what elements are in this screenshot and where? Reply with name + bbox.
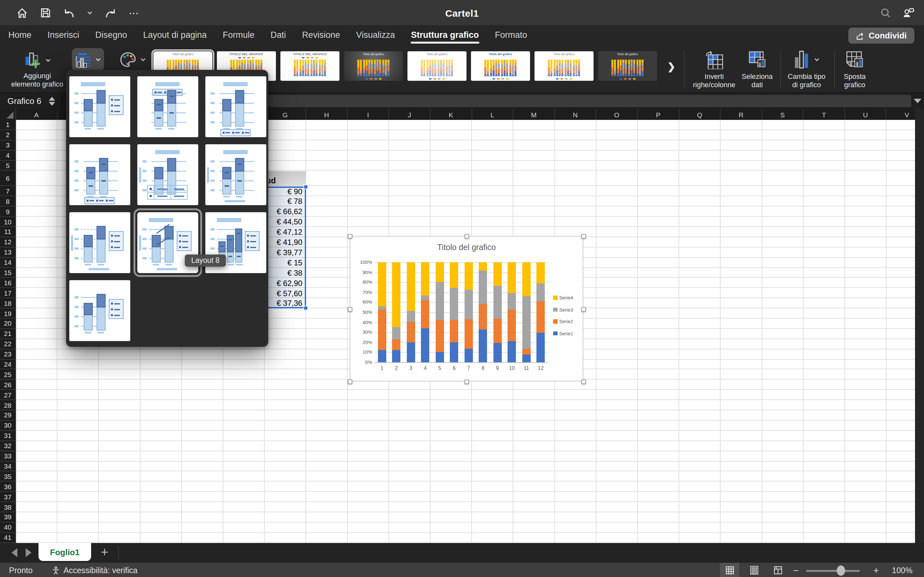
page-break-view-button[interactable] [768, 563, 787, 577]
chart-style-6[interactable]: Titolo del grafico [471, 51, 530, 81]
column-header-T[interactable]: T [804, 109, 845, 120]
bar-segment-serie4[interactable] [393, 262, 401, 327]
row-header-41[interactable]: 41 [0, 532, 16, 543]
bar-segment-serie4[interactable] [508, 262, 516, 293]
bar-6[interactable] [450, 262, 459, 362]
add-chart-element-button[interactable]: Aggiungielemento grafico [4, 49, 71, 89]
data-cell[interactable]: € 47,12 [266, 227, 305, 238]
row-header-30[interactable]: 30 [0, 421, 16, 431]
name-box-stepper[interactable] [49, 97, 55, 105]
column-header-P[interactable]: P [638, 109, 679, 120]
bar-segment-serie3[interactable] [522, 296, 531, 349]
bar-segment-serie2[interactable] [522, 349, 531, 355]
bar-segment-serie1[interactable] [421, 328, 430, 362]
change-colors-button[interactable] [115, 48, 150, 71]
next-sheet-icon[interactable] [26, 548, 31, 557]
select-data-button[interactable]: Selezionadati [739, 49, 775, 89]
formula-bar-expand-icon[interactable] [914, 99, 921, 103]
bar-segment-serie4[interactable] [450, 262, 459, 288]
column-header-H[interactable]: H [306, 109, 347, 120]
row-header-14[interactable]: 14 [0, 258, 16, 268]
chart-resize-handle[interactable] [348, 307, 352, 311]
bar-segment-serie3[interactable] [508, 293, 516, 309]
grid-row[interactable] [16, 472, 915, 482]
column-header-Q[interactable]: Q [679, 109, 720, 120]
chart-resize-handle[interactable] [465, 234, 469, 239]
legend-item-serie4[interactable]: Serie4 [553, 295, 573, 301]
grid-row[interactable] [16, 502, 915, 512]
layout-option-4[interactable] [69, 144, 130, 205]
layout-option-10[interactable] [69, 280, 130, 341]
bar-segment-serie3[interactable] [407, 311, 415, 322]
zoom-level[interactable]: 100% [883, 563, 913, 577]
tab-formule[interactable]: Formule [222, 29, 255, 44]
row-header-35[interactable]: 35 [0, 472, 16, 482]
row-header-34[interactable]: 34 [0, 461, 16, 472]
bar-segment-serie1[interactable] [393, 350, 401, 362]
row-header-21[interactable]: 21 [0, 329, 16, 339]
row-header-9[interactable]: 9 [0, 206, 16, 217]
page-layout-view-button[interactable] [744, 563, 764, 577]
bar-segment-serie4[interactable] [436, 262, 444, 282]
row-header-31[interactable]: 31 [0, 431, 16, 441]
row-header-38[interactable]: 38 [0, 502, 16, 512]
share-button[interactable]: Condividi [848, 27, 914, 44]
bar-segment-serie2[interactable] [493, 319, 502, 343]
chart-resize-handle[interactable] [582, 307, 586, 311]
grid-row[interactable] [16, 512, 915, 522]
tab-revisione[interactable]: Revisione [301, 29, 341, 44]
data-cell[interactable]: € 15 [266, 258, 305, 269]
bar-segment-serie1[interactable] [508, 342, 516, 363]
row-header-4[interactable]: 4 [0, 150, 16, 161]
chart-style-7[interactable]: Titolo del grafico [535, 51, 594, 81]
bar-segment-serie3[interactable] [465, 290, 473, 319]
bar-1[interactable] [378, 262, 386, 362]
bar-segment-serie3[interactable] [537, 284, 545, 301]
row-header-33[interactable]: 33 [0, 451, 16, 461]
row-header-17[interactable]: 17 [0, 288, 16, 298]
gallery-more-icon[interactable]: ❯ [667, 61, 675, 73]
layout-option-3[interactable] [205, 76, 266, 137]
row-header-8[interactable]: 8 [0, 197, 16, 207]
normal-view-button[interactable] [720, 563, 739, 577]
row-header-27[interactable]: 27 [0, 390, 16, 400]
zoom-in-button[interactable]: + [873, 563, 879, 577]
chart-resize-handle[interactable] [582, 380, 586, 384]
bar-segment-serie3[interactable] [378, 307, 386, 309]
row-header-22[interactable]: 22 [0, 339, 16, 350]
name-box[interactable]: Grafico 6 [0, 93, 59, 109]
bar-11[interactable] [522, 262, 531, 362]
column-header-A[interactable]: A [16, 109, 57, 120]
bar-4[interactable] [421, 262, 430, 362]
bar-8[interactable] [479, 262, 487, 362]
legend-item-serie1[interactable]: Serie1 [553, 330, 573, 336]
row-header-3[interactable]: 3 [0, 140, 16, 151]
bar-segment-serie3[interactable] [436, 282, 444, 319]
bar-segment-serie3[interactable] [479, 270, 487, 304]
bar-segment-serie1[interactable] [378, 350, 386, 362]
people-icon[interactable] [902, 6, 915, 19]
data-cell[interactable]: € 38 [266, 268, 305, 279]
bar-segment-serie2[interactable] [537, 301, 545, 333]
add-sheet-button[interactable]: + [96, 544, 113, 560]
tab-inserisci[interactable]: Inserisci [47, 29, 80, 44]
bar-segment-serie3[interactable] [421, 296, 430, 300]
row-header-11[interactable]: 11 [0, 227, 16, 237]
bar-segment-serie4[interactable] [479, 262, 487, 270]
row-header-2[interactable]: 2 [0, 130, 16, 140]
tab-dati[interactable]: Dati [270, 29, 286, 44]
chart-style-5[interactable]: Titolo del grafico [407, 51, 467, 81]
column-header-N[interactable]: N [555, 109, 596, 120]
grid-row[interactable] [16, 451, 915, 461]
tab-visualizza[interactable]: Visualizza [355, 29, 396, 44]
bar-segment-serie3[interactable] [393, 327, 401, 339]
row-header-24[interactable]: 24 [0, 359, 16, 370]
grid-row[interactable] [16, 492, 915, 502]
tab-struttura-grafico[interactable]: Struttura grafico [410, 29, 480, 44]
row-header-25[interactable]: 25 [0, 370, 16, 380]
row-header-15[interactable]: 15 [0, 268, 16, 278]
column-header-I[interactable]: I [348, 109, 389, 120]
column-header-O[interactable]: O [596, 109, 638, 120]
data-cell[interactable]: € 41,90 [266, 238, 305, 248]
bar-segment-serie2[interactable] [508, 309, 516, 341]
